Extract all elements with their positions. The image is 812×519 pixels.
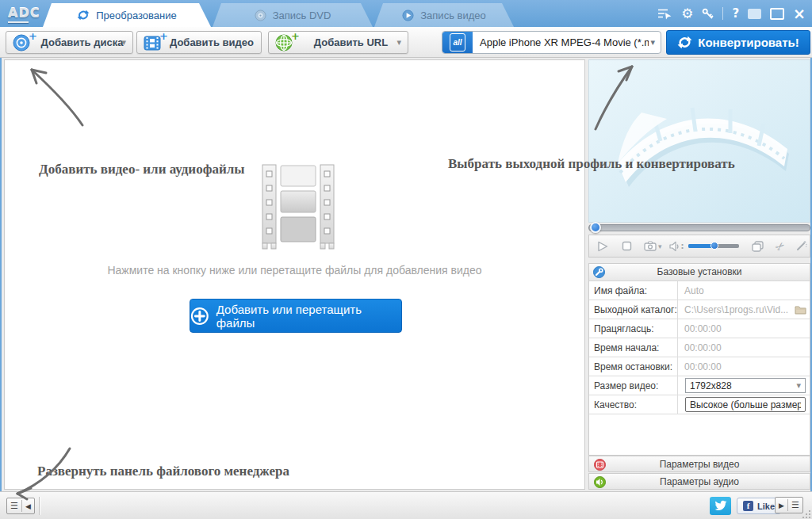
- seek-slider[interactable]: [588, 224, 810, 231]
- window-edge: [0, 27, 2, 491]
- collapse-left-icon: ◀: [25, 502, 31, 510]
- quality-cell: Высокое (больше размер): [678, 395, 810, 414]
- tab-record-video[interactable]: Запись видео: [374, 3, 514, 27]
- playlist-toggle-button[interactable]: ▶ ☰: [775, 497, 803, 513]
- wrench-icon: [593, 266, 605, 278]
- all-icon-label: all: [453, 38, 462, 47]
- log-menu-icon[interactable]: [657, 8, 672, 20]
- row-label: Время начала:: [589, 338, 678, 357]
- video-size-dropdown[interactable]: 1792x828 ▾: [685, 378, 806, 393]
- statusbar: ☰ ◀ f Like ▶ ☰: [0, 491, 812, 519]
- film-ribbon-graphic: [589, 60, 810, 222]
- convert-button[interactable]: Конвертировать!: [666, 30, 810, 55]
- settings-gear-icon[interactable]: ⚙: [681, 7, 693, 21]
- dvd-disc-icon: [255, 10, 266, 21]
- button-divider: [21, 500, 22, 512]
- resize-grip[interactable]: [801, 509, 810, 518]
- audio-params-header[interactable]: Параметры аудио: [588, 473, 810, 490]
- plus-badge-icon: +: [159, 30, 168, 42]
- film-icon: +: [144, 34, 163, 52]
- tab-convert[interactable]: Преобразование: [43, 3, 211, 27]
- twitter-button[interactable]: [710, 497, 731, 515]
- seek-thumb[interactable]: [590, 222, 601, 233]
- toolbar: + Добавить диска ▾ + Добавить видео: [0, 27, 812, 58]
- row-label: Время остановки:: [589, 357, 678, 376]
- browse-folder-icon[interactable]: [795, 305, 806, 315]
- plus-circle-icon: [190, 307, 209, 326]
- file-manager-toggle-button[interactable]: ☰ ◀: [6, 498, 35, 514]
- duration-field[interactable]: 00:00:00: [678, 319, 810, 338]
- add-disc-button[interactable]: + Добавить диска ▾: [6, 31, 133, 54]
- basic-settings-header[interactable]: Базовые установки: [589, 264, 810, 281]
- stop-button[interactable]: [622, 241, 632, 251]
- play-button[interactable]: [597, 241, 608, 252]
- tab-record-video-label: Запись видео: [420, 10, 485, 21]
- volume-slider[interactable]: [688, 244, 739, 248]
- profile-all-icon: all: [442, 32, 473, 53]
- row-label: Качество:: [589, 395, 678, 414]
- add-files-button-label: Добавить или перетащить файлы: [216, 303, 401, 330]
- add-video-label: Добавить видео: [163, 36, 261, 48]
- hamburger-icon: ☰: [791, 500, 799, 510]
- add-video-button[interactable]: + Добавить видео: [136, 31, 262, 54]
- caret-down-icon: ▾: [796, 380, 801, 391]
- drop-hint: Нажмите на кнопку ниже или перетащите фа…: [4, 264, 585, 277]
- convert-arrows-icon: [677, 35, 692, 50]
- add-url-button[interactable]: + Добавить URL ▾: [268, 31, 408, 54]
- caret-down-icon: ▾: [121, 37, 126, 48]
- basic-settings-panel: Базовые установки Имя файла: Auto Выходн…: [588, 263, 810, 456]
- audio-params-label: Параметры аудио: [660, 476, 739, 487]
- output-profile-select[interactable]: all Apple iPhone XR MPEG-4 Movie (*.m...…: [442, 31, 661, 54]
- help-icon[interactable]: ?: [732, 8, 739, 20]
- facebook-f-icon: f: [743, 501, 753, 511]
- row-label: Имя файла:: [589, 281, 678, 300]
- app-window: ADC Преобразование Запись DVD: [0, 0, 812, 519]
- quality-dropdown[interactable]: Высокое (больше размер): [685, 397, 806, 412]
- table-row: Время остановки: 00:00:00: [589, 357, 810, 376]
- effects-wand-button[interactable]: [795, 240, 807, 252]
- snapshot-caret-icon[interactable]: ▾: [658, 242, 662, 250]
- filename-field[interactable]: Auto: [678, 281, 810, 300]
- play-circle-icon: [402, 10, 414, 21]
- titlebar-separator: [722, 7, 723, 20]
- file-manager-heading: Развернуть панель файлового менеджера: [37, 464, 289, 479]
- player-controls: ▾ : ✂: [588, 235, 810, 258]
- output-dir-value: C:\Users\1progs.ru\Vid...: [684, 304, 795, 315]
- preview-area: [588, 59, 810, 223]
- sync-arrows-icon: [77, 9, 90, 21]
- titlebar-controls: ⚙ ? ×: [657, 0, 806, 27]
- maximize-button[interactable]: [770, 8, 784, 20]
- output-dir-field[interactable]: C:\Users\1progs.ru\Vid...: [678, 300, 810, 319]
- profile-value: Apple iPhone XR MPEG-4 Movie (*.m...: [473, 36, 649, 48]
- video-params-icon: [594, 459, 606, 471]
- video-params-header[interactable]: Параметры видео: [588, 456, 810, 472]
- add-files-button[interactable]: Добавить или перетащить файлы: [190, 299, 402, 333]
- minimize-button[interactable]: [748, 9, 761, 19]
- close-button[interactable]: ×: [793, 6, 806, 21]
- table-row: Размер видео: 1792x828 ▾: [589, 376, 810, 395]
- row-label: Выходной каталог:: [589, 300, 678, 319]
- twitter-bird-icon: [714, 500, 727, 512]
- start-time-field[interactable]: 00:00:00: [678, 338, 810, 357]
- like-label: Like: [757, 502, 775, 511]
- table-row: Время начала: 00:00:00: [589, 338, 810, 357]
- volume-icon[interactable]: [669, 241, 680, 252]
- volume-fill: [688, 244, 714, 248]
- stop-time-field[interactable]: 00:00:00: [678, 357, 810, 376]
- key-icon[interactable]: [702, 8, 714, 20]
- tab-burn-dvd[interactable]: Запись DVD: [213, 3, 373, 27]
- row-label: Працягласць:: [589, 319, 678, 338]
- volume-thumb[interactable]: [710, 242, 718, 250]
- statusbar-separator: [39, 497, 40, 515]
- globe-icon: +: [275, 34, 294, 52]
- choose-profile-heading: Выбрать выходной профиль и конвертироват…: [448, 156, 735, 172]
- expand-right-icon: ▶: [779, 502, 784, 509]
- app-logo: ADC: [8, 6, 40, 21]
- volume-colon-icon: :: [681, 242, 684, 250]
- tab-convert-label: Преобразование: [96, 10, 177, 21]
- snapshot-camera-button[interactable]: [644, 241, 657, 251]
- trim-scissors-button[interactable]: ✂: [772, 239, 787, 254]
- duplicate-button[interactable]: [752, 241, 764, 252]
- video-params-label: Параметры видео: [660, 459, 740, 470]
- table-row: Имя файла: Auto: [589, 281, 810, 300]
